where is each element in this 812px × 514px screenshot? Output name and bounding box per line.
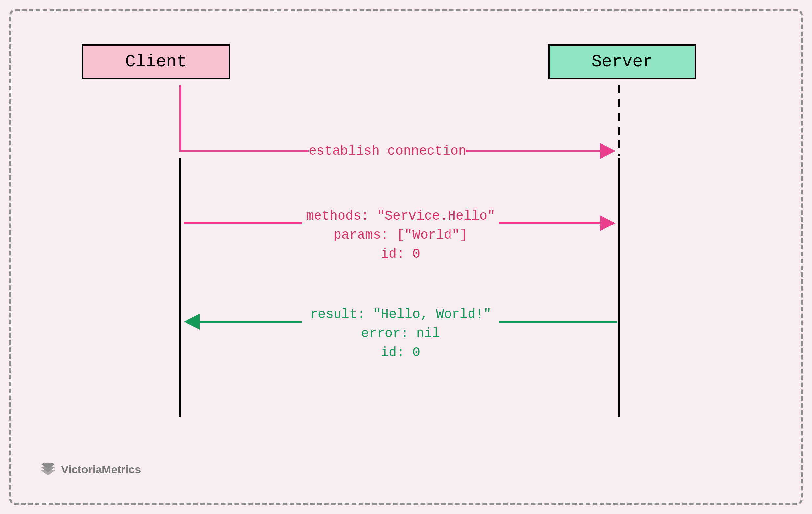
client-lifeline <box>179 157 181 417</box>
participant-server: Server <box>548 44 696 80</box>
establish-connection-label: establish connection <box>309 142 466 161</box>
participant-client: Client <box>82 44 230 80</box>
server-lifeline <box>618 157 620 417</box>
attribution: VictoriaMetrics <box>39 461 141 478</box>
response-label: result: "Hello, World!" error: nil id: 0 <box>302 305 499 362</box>
diagram-canvas: Client Server establish connection metho… <box>0 0 812 514</box>
server-lifeline-dashed <box>618 85 620 156</box>
victoriametrics-logo-icon <box>39 461 56 478</box>
request-label: methods: "Service.Hello" params: ["World… <box>302 207 499 264</box>
attribution-text: VictoriaMetrics <box>61 463 141 476</box>
